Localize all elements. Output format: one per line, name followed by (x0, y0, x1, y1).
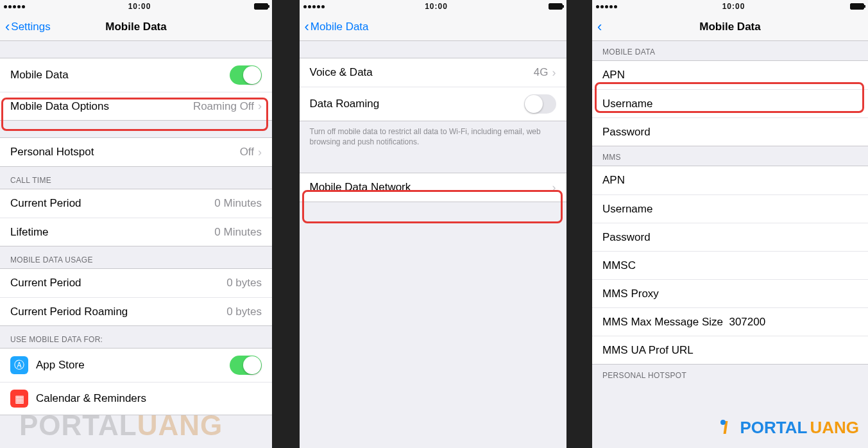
chevron-right-icon: › (258, 146, 262, 159)
mms-max-value: 307200 (729, 316, 765, 328)
mobile-data-network-row[interactable]: Mobile Data Network › (300, 173, 566, 202)
mms-password-row[interactable]: Password (592, 223, 868, 251)
usage-current-label: Current Period (10, 277, 81, 289)
mms-ua-prof-label: MMS UA Prof URL (602, 344, 694, 357)
mms-proxy-row[interactable]: MMS Proxy (592, 279, 868, 307)
mobile-data-options-value: Roaming Off (193, 100, 254, 113)
voice-data-label: Voice & Data (310, 66, 373, 79)
mms-username-row[interactable]: Username (592, 194, 868, 223)
mms-apn-row[interactable]: APN (592, 166, 868, 194)
data-roaming-row[interactable]: Data Roaming (300, 87, 566, 121)
voice-data-value: 4G (534, 66, 549, 79)
nav-bar: ‹ Mobile Data (300, 13, 566, 41)
signal-dots-icon (303, 5, 325, 8)
lifetime-label: Lifetime (10, 226, 49, 239)
mms-proxy-label: MMS Proxy (602, 288, 659, 300)
password-row[interactable]: Password (592, 117, 868, 146)
usage-current-value: 0 bytes (226, 277, 262, 289)
calendar-icon: ▦ (10, 390, 28, 408)
data-roaming-footer: Turn off mobile data to restrict all dat… (300, 121, 566, 156)
apn-row[interactable]: APN (592, 61, 868, 89)
screen-2: 10:00 ‹ Mobile Data Voice & Data 4G › Da… (300, 0, 566, 448)
nav-bar: ‹ Mobile Data (592, 13, 868, 41)
mobile-data-options-label: Mobile Data Options (10, 100, 109, 113)
nav-bar: ‹ Settings Mobile Data (0, 13, 272, 41)
battery-icon (254, 3, 268, 10)
app-store-row[interactable]: Ⓐ App Store (0, 349, 272, 382)
chevron-left-icon: ‹ (597, 20, 602, 34)
screen-3: 10:00 ‹ Mobile Data MOBILE DATA APN User… (592, 0, 868, 448)
current-period-label: Current Period (10, 197, 81, 210)
chevron-right-icon: › (552, 181, 556, 194)
usage-roaming-row: Current Period Roaming 0 bytes (0, 297, 272, 325)
password-label: Password (602, 126, 651, 139)
back-button[interactable]: ‹ Mobile Data (305, 20, 369, 34)
mms-max-row[interactable]: MMS Max Message Size 307200 (592, 307, 868, 336)
usage-roaming-label: Current Period Roaming (10, 306, 128, 318)
status-time: 10:00 (325, 2, 549, 11)
usage-roaming-value: 0 bytes (226, 306, 262, 318)
app-store-label: App Store (36, 359, 85, 372)
personal-hotspot-row[interactable]: Personal Hotspot Off › (0, 138, 272, 166)
calendar-label: Calendar & Reminders (36, 392, 146, 405)
mmsc-row[interactable]: MMSC (592, 251, 868, 279)
signal-dots-icon (596, 5, 617, 8)
battery-icon (850, 3, 864, 10)
usage-current-row: Current Period 0 bytes (0, 269, 272, 297)
mmsc-label: MMSC (602, 259, 636, 272)
data-roaming-label: Data Roaming (310, 98, 380, 110)
back-button[interactable]: ‹ (597, 20, 602, 34)
status-bar: 10:00 (592, 0, 868, 13)
lifetime-row: Lifetime 0 Minutes (0, 218, 272, 246)
status-bar: 10:00 (300, 0, 566, 13)
username-row[interactable]: Username (592, 89, 868, 117)
mobile-data-options-row[interactable]: Mobile Data Options Roaming Off › (0, 92, 272, 120)
mobile-data-switch[interactable] (230, 65, 262, 85)
current-period-value: 0 Minutes (214, 197, 262, 210)
mms-max-label: MMS Max Message Size (602, 316, 723, 328)
back-label: Mobile Data (311, 21, 369, 33)
mms-section-header: MMS (592, 146, 868, 166)
data-roaming-switch[interactable] (524, 94, 556, 114)
chevron-left-icon: ‹ (5, 20, 10, 34)
voice-data-row[interactable]: Voice & Data 4G › (300, 58, 566, 87)
personal-hotspot-value: Off (240, 146, 254, 159)
mobile-data-network-label: Mobile Data Network (310, 181, 411, 194)
chevron-left-icon: ‹ (305, 20, 309, 34)
apn-label: APN (602, 69, 625, 82)
app-store-icon: Ⓐ (10, 356, 28, 374)
mobile-data-section-header: MOBILE DATA (592, 41, 868, 60)
use-mobile-data-for-header: USE MOBILE DATA FOR: (0, 326, 272, 348)
username-label: Username (602, 98, 652, 110)
mobile-data-row[interactable]: Mobile Data (0, 58, 272, 92)
page-title: Mobile Data (592, 21, 868, 33)
mms-apn-label: APN (602, 174, 625, 187)
chevron-right-icon: › (258, 99, 262, 113)
mms-username-label: Username (602, 203, 652, 216)
app-store-switch[interactable] (230, 356, 262, 375)
back-button[interactable]: ‹ Settings (5, 20, 51, 34)
signal-dots-icon (4, 5, 25, 8)
mms-password-label: Password (602, 231, 651, 244)
chevron-right-icon: › (552, 66, 556, 80)
lifetime-value: 0 Minutes (214, 226, 262, 239)
status-time: 10:00 (617, 2, 850, 11)
back-label: Settings (11, 21, 50, 33)
mobile-data-usage-header: MOBILE DATA USAGE (0, 246, 272, 268)
calendar-row[interactable]: ▦ Calendar & Reminders (0, 382, 272, 415)
mms-ua-prof-row[interactable]: MMS UA Prof URL (592, 336, 868, 364)
personal-hotspot-label: Personal Hotspot (10, 146, 94, 159)
battery-icon (549, 3, 563, 10)
status-time: 10:00 (25, 2, 254, 11)
mobile-data-label: Mobile Data (10, 69, 69, 82)
status-bar: 10:00 (0, 0, 272, 13)
personal-hotspot-section-header: PERSONAL HOTSPOT (592, 365, 868, 384)
call-time-header: CALL TIME (0, 167, 272, 189)
current-period-row: Current Period 0 Minutes (0, 189, 272, 218)
screen-1: 10:00 ‹ Settings Mobile Data Mobile Data… (0, 0, 272, 448)
